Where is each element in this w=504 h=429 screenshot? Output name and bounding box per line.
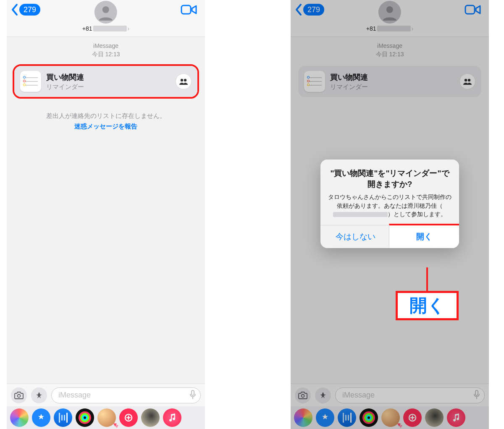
thread-label: iMessage 今日 12:13 bbox=[7, 42, 205, 58]
person-icon bbox=[381, 4, 398, 21]
message-input[interactable]: iMessage bbox=[51, 387, 201, 403]
tray-memoji-icon[interactable]: ♥ bbox=[97, 408, 116, 427]
tray-appstore-icon[interactable] bbox=[316, 408, 334, 427]
phone-screen-right: 279 +81 › iMessage 今日 12:13 bbox=[291, 0, 489, 429]
microphone-icon[interactable] bbox=[473, 390, 480, 401]
app-tray[interactable]: ♥ bbox=[7, 406, 205, 429]
reminder-invite[interactable]: 買い物関連 リマインダー bbox=[14, 66, 197, 97]
facetime-button[interactable] bbox=[181, 3, 197, 18]
appstore-icon bbox=[34, 391, 44, 400]
phone-prefix: +81 bbox=[366, 25, 376, 32]
tray-memoji2-icon[interactable] bbox=[425, 408, 444, 427]
reminder-subtitle: リマインダー bbox=[330, 83, 454, 91]
open-callout: 開く bbox=[396, 291, 459, 320]
tray-memoji-icon[interactable]: ♥ bbox=[381, 408, 400, 427]
phone-number: +81 › bbox=[82, 25, 129, 32]
shared-badge bbox=[176, 73, 192, 89]
svg-point-2 bbox=[181, 79, 183, 81]
phone-screen-left: 279 +81 › iMessage 今日 12:13 bbox=[7, 0, 205, 429]
tray-music-icon[interactable] bbox=[163, 408, 181, 427]
open-callout-text: 開く bbox=[410, 294, 445, 317]
video-icon bbox=[181, 3, 197, 16]
appstore-button[interactable] bbox=[31, 387, 47, 403]
alert-message: タロウちゃんさんからこのリストで共同制作の依頼があります。あなたは滑川穂乃佳（）… bbox=[328, 193, 452, 218]
camera-button[interactable] bbox=[295, 387, 311, 403]
contact-block[interactable]: +81 › bbox=[366, 1, 413, 32]
appstore-button[interactable] bbox=[315, 387, 331, 403]
reminder-title: 買い物関連 bbox=[330, 72, 454, 82]
tray-audio-icon[interactable] bbox=[54, 408, 72, 427]
microphone-icon[interactable] bbox=[189, 390, 196, 401]
input-bar: iMessage bbox=[7, 384, 205, 406]
messages-header: 279 +81 › bbox=[291, 0, 489, 37]
service-label: iMessage bbox=[7, 42, 205, 50]
spam-notice: 差出人が連絡先のリストに存在しません。 迷惑メッセージを報告 bbox=[7, 112, 205, 131]
conversation-area: iMessage 今日 12:13 買い物関連 リマインダー 差出人 bbox=[7, 37, 205, 384]
tray-pay-icon[interactable] bbox=[119, 408, 138, 427]
message-placeholder: iMessage bbox=[342, 391, 375, 400]
tray-photos-icon[interactable] bbox=[294, 408, 312, 427]
tray-appstore-icon[interactable] bbox=[32, 408, 50, 427]
svg-rect-5 bbox=[192, 390, 194, 395]
reminder-invite[interactable]: 買い物関連 リマインダー bbox=[298, 66, 481, 97]
tray-audio-icon[interactable] bbox=[338, 408, 356, 427]
reminder-subtitle: リマインダー bbox=[46, 83, 171, 91]
datetime-label: 今日 12:13 bbox=[291, 50, 489, 59]
callout-connector bbox=[426, 267, 428, 292]
svg-point-9 bbox=[465, 79, 467, 81]
appstore-icon bbox=[318, 391, 328, 400]
chevron-left-icon bbox=[295, 3, 302, 16]
svg-point-4 bbox=[18, 394, 21, 397]
people-icon bbox=[463, 78, 472, 85]
service-label: iMessage bbox=[291, 42, 489, 50]
svg-point-3 bbox=[184, 79, 186, 81]
svg-point-0 bbox=[102, 6, 109, 13]
datetime-label: 今日 12:13 bbox=[7, 50, 205, 59]
reminder-title: 買い物関連 bbox=[46, 72, 171, 82]
camera-icon bbox=[298, 392, 307, 399]
svg-rect-12 bbox=[475, 390, 478, 395]
message-placeholder: iMessage bbox=[58, 391, 91, 400]
messages-header: 279 +81 › bbox=[7, 0, 205, 37]
video-icon bbox=[465, 3, 481, 16]
tray-activity-icon[interactable] bbox=[360, 408, 378, 427]
app-tray[interactable]: ♥ bbox=[291, 406, 489, 429]
reminder-invite-wrap: 買い物関連 リマインダー bbox=[297, 64, 483, 99]
chevron-right-icon: › bbox=[412, 25, 414, 32]
svg-rect-8 bbox=[465, 5, 475, 14]
tray-pay-icon[interactable] bbox=[403, 408, 422, 427]
camera-icon bbox=[14, 392, 24, 399]
alert-msg-part2: ）として参加します。 bbox=[388, 211, 446, 217]
redacted-number bbox=[93, 26, 127, 31]
shared-badge bbox=[459, 73, 475, 89]
alert-cancel-button[interactable]: 今はしない bbox=[320, 225, 391, 248]
people-icon bbox=[179, 78, 188, 85]
reminders-icon bbox=[20, 71, 41, 92]
chevron-left-icon bbox=[11, 3, 18, 16]
unread-count: 279 bbox=[19, 4, 40, 16]
camera-button[interactable] bbox=[11, 387, 27, 403]
message-input[interactable]: iMessage bbox=[335, 387, 485, 403]
notice-text: 差出人が連絡先のリストに存在しません。 bbox=[7, 112, 205, 120]
tray-memoji2-icon[interactable] bbox=[141, 408, 160, 427]
open-alert: "買い物関連"を"リマインダー"で開きますか? タロウちゃんさんからこのリストで… bbox=[320, 160, 459, 248]
svg-point-11 bbox=[302, 394, 304, 397]
tray-activity-icon[interactable] bbox=[76, 408, 94, 427]
back-button[interactable]: 279 bbox=[11, 3, 40, 16]
svg-point-7 bbox=[386, 6, 393, 13]
facetime-button[interactable] bbox=[465, 3, 481, 18]
back-button[interactable]: 279 bbox=[295, 3, 324, 16]
svg-rect-1 bbox=[181, 5, 191, 14]
thread-label: iMessage 今日 12:13 bbox=[291, 42, 489, 58]
alert-open-button[interactable]: 開く bbox=[389, 224, 459, 248]
chevron-right-icon: › bbox=[128, 25, 130, 32]
alert-title: "買い物関連"を"リマインダー"で開きますか? bbox=[328, 168, 452, 189]
contact-block[interactable]: +81 › bbox=[82, 1, 129, 32]
avatar bbox=[378, 1, 401, 24]
report-link[interactable]: 迷惑メッセージを報告 bbox=[7, 123, 205, 131]
phone-prefix: +81 bbox=[82, 25, 92, 32]
tray-music-icon[interactable] bbox=[447, 408, 465, 427]
tray-photos-icon[interactable] bbox=[10, 408, 29, 427]
svg-point-10 bbox=[468, 79, 470, 81]
avatar bbox=[94, 1, 117, 24]
